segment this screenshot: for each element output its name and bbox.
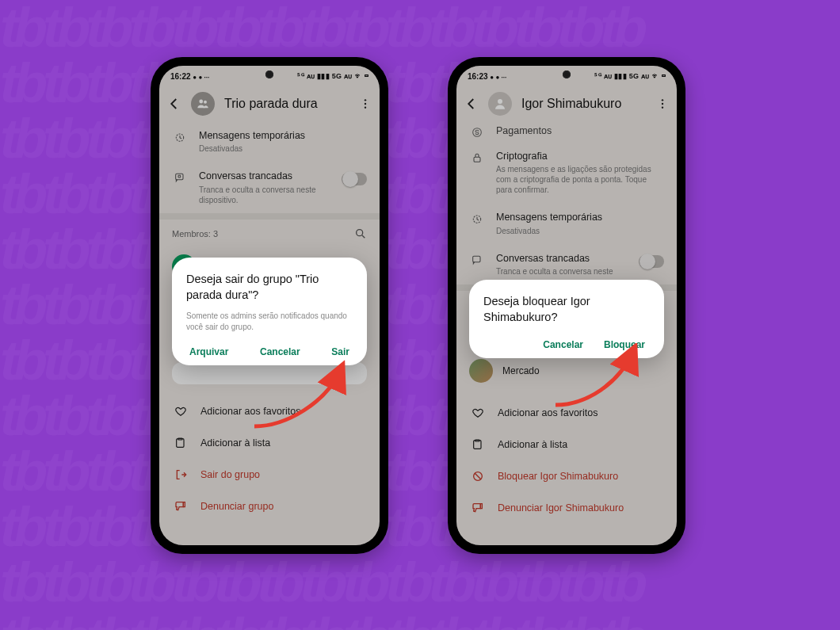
cancel-button[interactable]: Cancelar (543, 339, 583, 350)
status-time: 16:22 ● ● ··· (170, 72, 209, 81)
list-icon (174, 437, 188, 449)
thumbs-down-icon (174, 500, 188, 513)
svg-point-4 (365, 106, 366, 108)
svg-rect-6 (176, 174, 183, 180)
svg-point-3 (365, 103, 366, 105)
setting-payments[interactable]: Pagamentos (456, 121, 677, 142)
setting-disappearing[interactable]: Mensagens temporárias Desativadas (456, 203, 677, 243)
chat-lock-icon (469, 254, 485, 266)
payment-icon (469, 126, 485, 139)
status-indicators: ⁵ᴳ ᴀᴜ ▮▮▮ 5G ᴀᴜ ᯤ ▭ (594, 72, 666, 80)
action-label: Adicionar à lista (498, 439, 567, 450)
cancel-button[interactable]: Cancelar (260, 346, 300, 357)
svg-point-13 (662, 99, 663, 101)
svg-rect-7 (178, 176, 181, 178)
setting-sub: As mensagens e as ligações são protegida… (496, 164, 664, 195)
setting-sub: Desativadas (496, 226, 664, 236)
status-time: 16:23 ● ● ··· (468, 72, 506, 81)
setting-sub: Tranca e oculta a conversa neste disposi… (199, 185, 330, 205)
group-avatar-icon[interactable] (191, 92, 215, 116)
block-contact-dialog: Deseja bloquear Igor Shimabukuro? Cancel… (469, 280, 664, 358)
setting-disappearing[interactable]: Mensagens temporárias Desativadas (159, 121, 380, 162)
dialog-title: Deseja sair do grupo "Trio parada dura"? (186, 272, 353, 303)
setting-sub: Tranca e oculta a conversa neste (496, 266, 628, 277)
heart-icon (471, 407, 485, 419)
canvas: tbtbtbtbtbtbtbtbtbtbtbtbtbtbtb tbtbtbtbt… (0, 0, 840, 630)
toggle-switch[interactable] (342, 173, 367, 185)
status-indicators: ⁵ᴳ ᴀᴜ ▮▮▮ 5G ᴀᴜ ᯤ ▭ (297, 72, 368, 80)
action-label: Adicionar aos favoritos (498, 407, 598, 418)
heart-icon (174, 405, 188, 418)
action-favorite[interactable]: Adicionar aos favoritos (159, 395, 380, 427)
action-label: Sair do grupo (200, 469, 260, 480)
action-block[interactable]: Bloquear Igor Shimabukuro (456, 460, 677, 492)
action-label: Adicionar aos favoritos (200, 406, 300, 417)
action-favorite[interactable]: Adicionar aos favoritos (456, 397, 677, 429)
svg-rect-17 (474, 157, 480, 162)
phone-right: 16:23 ● ● ··· ⁵ᴳ ᴀᴜ ▮▮▮ 5G ᴀᴜ ᯤ ▭ Igor S… (448, 57, 685, 554)
contact-avatar-icon[interactable] (488, 92, 512, 116)
more-icon[interactable] (656, 97, 669, 110)
timer-icon (469, 212, 485, 225)
setting-encryption[interactable]: Criptografia As mensagens e as ligações … (456, 142, 677, 203)
chat-lock-icon (172, 171, 188, 184)
avatar (469, 359, 493, 383)
phone-left: 16:22 ● ● ··· ⁵ᴳ ᴀᴜ ▮▮▮ 5G ᴀᴜ ᯤ ▭ Trio p… (151, 57, 388, 554)
app-bar: Trio parada dura (159, 86, 380, 121)
svg-point-12 (498, 99, 502, 104)
setting-locked-chats[interactable]: Conversas trancadas Tranca e oculta a co… (456, 244, 677, 284)
timer-icon (172, 131, 188, 143)
dialog-body: Somente os admins serão notificados quan… (186, 311, 353, 332)
confirm-button[interactable]: Sair (331, 346, 349, 357)
setting-title: Mensagens temporárias (199, 129, 367, 142)
lock-icon (469, 151, 485, 164)
block-icon (471, 470, 485, 483)
action-report[interactable]: Denunciar Igor Shimabukuro (456, 492, 677, 524)
action-add-list[interactable]: Adicionar à lista (456, 429, 677, 460)
back-icon[interactable] (464, 97, 479, 111)
camera-notch (563, 71, 571, 78)
back-icon[interactable] (167, 97, 181, 111)
action-label: Denunciar grupo (200, 501, 273, 512)
setting-sub: Desativadas (199, 143, 367, 154)
action-label: Bloquear Igor Shimabukuro (498, 471, 618, 482)
page-title: Igor Shimabukuro (521, 97, 647, 111)
svg-point-1 (204, 101, 207, 104)
thumbs-down-icon (471, 502, 485, 514)
action-add-list[interactable]: Adicionar à lista (159, 427, 380, 459)
svg-rect-19 (473, 256, 480, 262)
page-title: Trio parada dura (224, 97, 349, 111)
setting-title: Mensagens temporárias (496, 211, 664, 223)
action-label: Adicionar à lista (200, 437, 270, 449)
action-label: Denunciar Igor Shimabukuro (498, 502, 624, 514)
setting-title: Criptografia (496, 150, 664, 162)
setting-title: Pagamentos (496, 124, 664, 137)
toggle-switch[interactable] (639, 255, 664, 268)
members-header: Membros: 3 (159, 220, 380, 248)
leave-group-dialog: Deseja sair do grupo "Trio parada dura"?… (172, 258, 367, 365)
app-bar: Igor Shimabukuro (456, 86, 677, 121)
camera-notch (265, 71, 273, 78)
dialog-title: Deseja bloquear Igor Shimabukuro? (483, 294, 650, 325)
svg-point-15 (662, 106, 663, 108)
search-icon[interactable] (354, 227, 367, 240)
list-icon (471, 438, 485, 451)
confirm-button[interactable]: Bloquear (604, 339, 645, 350)
setting-title: Conversas trancadas (496, 252, 628, 265)
setting-locked-chats[interactable]: Conversas trancadas Tranca e oculta a co… (159, 162, 380, 212)
group-name: Mercado (502, 365, 664, 376)
setting-title: Conversas trancadas (199, 170, 330, 182)
members-count: Membros: 3 (172, 229, 218, 239)
action-leave-group[interactable]: Sair do grupo (159, 459, 380, 491)
svg-point-14 (662, 103, 663, 105)
svg-point-2 (365, 99, 366, 101)
exit-icon (174, 468, 188, 481)
more-icon[interactable] (359, 97, 372, 110)
action-report-group[interactable]: Denunciar grupo (159, 491, 380, 522)
archive-button[interactable]: Arquivar (189, 346, 228, 357)
svg-point-0 (199, 100, 203, 104)
svg-point-8 (357, 229, 363, 235)
